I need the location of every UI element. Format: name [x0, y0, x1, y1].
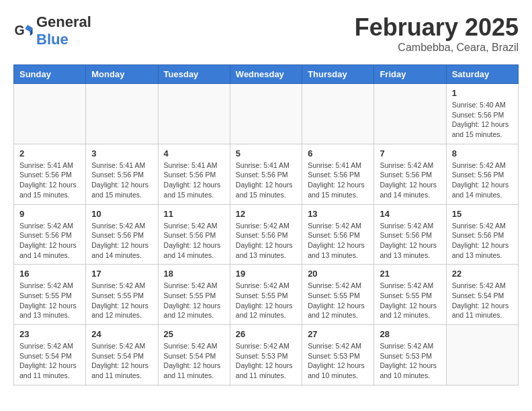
day-info: Sunrise: 5:42 AM Sunset: 5:55 PM Dayligh… — [91, 281, 152, 320]
day-info: Sunrise: 5:42 AM Sunset: 5:56 PM Dayligh… — [91, 221, 152, 261]
day-info: Sunrise: 5:42 AM Sunset: 5:55 PM Dayligh… — [380, 281, 440, 320]
day-info: Sunrise: 5:41 AM Sunset: 5:56 PM Dayligh… — [308, 161, 368, 200]
calendar-day-cell — [374, 84, 446, 144]
day-info: Sunrise: 5:42 AM Sunset: 5:55 PM Dayligh… — [19, 281, 80, 320]
day-info: Sunrise: 5:41 AM Sunset: 5:56 PM Dayligh… — [236, 161, 296, 200]
day-number: 26 — [236, 329, 296, 339]
day-info: Sunrise: 5:42 AM Sunset: 5:54 PM Dayligh… — [164, 341, 224, 381]
day-number: 3 — [91, 148, 152, 158]
calendar-day-cell: 20Sunrise: 5:42 AM Sunset: 5:55 PM Dayli… — [302, 265, 374, 325]
day-info: Sunrise: 5:42 AM Sunset: 5:53 PM Dayligh… — [236, 341, 296, 381]
day-info: Sunrise: 5:42 AM Sunset: 5:55 PM Dayligh… — [164, 281, 224, 320]
day-info: Sunrise: 5:42 AM Sunset: 5:56 PM Dayligh… — [380, 161, 440, 200]
calendar-day-cell: 19Sunrise: 5:42 AM Sunset: 5:55 PM Dayli… — [230, 265, 302, 325]
day-number: 4 — [164, 148, 224, 158]
day-info: Sunrise: 5:40 AM Sunset: 5:56 PM Dayligh… — [452, 100, 513, 140]
calendar-day-cell: 5Sunrise: 5:41 AM Sunset: 5:56 PM Daylig… — [230, 144, 302, 204]
calendar-week-row: 23Sunrise: 5:42 AM Sunset: 5:54 PM Dayli… — [14, 325, 519, 385]
day-info: Sunrise: 5:42 AM Sunset: 5:54 PM Dayligh… — [452, 281, 513, 320]
day-number: 1 — [452, 88, 513, 98]
day-number: 22 — [452, 269, 513, 279]
calendar-day-cell: 16Sunrise: 5:42 AM Sunset: 5:55 PM Dayli… — [14, 265, 86, 325]
calendar-col-header: Friday — [374, 65, 446, 84]
location-subtitle: Cambebba, Ceara, Brazil — [355, 42, 519, 54]
day-number: 12 — [236, 209, 296, 219]
day-number: 21 — [380, 269, 440, 279]
calendar-day-cell: 4Sunrise: 5:41 AM Sunset: 5:56 PM Daylig… — [158, 144, 230, 204]
calendar-day-cell — [14, 84, 86, 144]
day-info: Sunrise: 5:41 AM Sunset: 5:56 PM Dayligh… — [19, 161, 80, 200]
day-number: 14 — [380, 209, 440, 219]
svg-text:G: G — [15, 23, 25, 38]
day-number: 15 — [452, 209, 513, 219]
calendar-day-cell: 23Sunrise: 5:42 AM Sunset: 5:54 PM Dayli… — [14, 325, 86, 385]
calendar-col-header: Tuesday — [158, 65, 230, 84]
calendar-day-cell: 13Sunrise: 5:42 AM Sunset: 5:56 PM Dayli… — [302, 204, 374, 265]
calendar-col-header: Wednesday — [230, 65, 302, 84]
day-number: 13 — [308, 209, 368, 219]
day-info: Sunrise: 5:42 AM Sunset: 5:56 PM Dayligh… — [19, 221, 80, 261]
day-info: Sunrise: 5:42 AM Sunset: 5:53 PM Dayligh… — [380, 341, 440, 381]
calendar-day-cell — [446, 325, 518, 385]
day-number: 17 — [91, 269, 152, 279]
day-number: 16 — [19, 269, 80, 279]
day-number: 18 — [164, 269, 224, 279]
day-info: Sunrise: 5:41 AM Sunset: 5:56 PM Dayligh… — [164, 161, 224, 200]
calendar-week-row: 9Sunrise: 5:42 AM Sunset: 5:56 PM Daylig… — [14, 204, 519, 265]
calendar-day-cell: 28Sunrise: 5:42 AM Sunset: 5:53 PM Dayli… — [374, 325, 446, 385]
day-info: Sunrise: 5:41 AM Sunset: 5:56 PM Dayligh… — [91, 161, 152, 200]
logo-blue-text: Blue — [36, 31, 69, 48]
day-info: Sunrise: 5:42 AM Sunset: 5:56 PM Dayligh… — [452, 221, 513, 261]
day-number: 19 — [236, 269, 296, 279]
logo: G General Blue — [13, 13, 91, 48]
calendar-day-cell — [230, 84, 302, 144]
calendar-day-cell: 24Sunrise: 5:42 AM Sunset: 5:54 PM Dayli… — [86, 325, 158, 385]
day-number: 24 — [91, 329, 152, 339]
day-number: 2 — [19, 148, 80, 158]
day-info: Sunrise: 5:42 AM Sunset: 5:56 PM Dayligh… — [380, 221, 440, 261]
calendar-day-cell: 9Sunrise: 5:42 AM Sunset: 5:56 PM Daylig… — [14, 204, 86, 265]
page-header: G General Blue February 2025 Cambebba, C… — [13, 13, 519, 54]
day-number: 7 — [380, 148, 440, 158]
day-info: Sunrise: 5:42 AM Sunset: 5:55 PM Dayligh… — [236, 281, 296, 320]
day-number: 25 — [164, 329, 224, 339]
day-info: Sunrise: 5:42 AM Sunset: 5:56 PM Dayligh… — [308, 221, 368, 261]
day-info: Sunrise: 5:42 AM Sunset: 5:53 PM Dayligh… — [308, 341, 368, 381]
calendar-day-cell — [158, 84, 230, 144]
calendar-week-row: 1Sunrise: 5:40 AM Sunset: 5:56 PM Daylig… — [14, 84, 519, 144]
calendar-col-header: Monday — [86, 65, 158, 84]
calendar-day-cell: 21Sunrise: 5:42 AM Sunset: 5:55 PM Dayli… — [374, 265, 446, 325]
calendar-day-cell: 17Sunrise: 5:42 AM Sunset: 5:55 PM Dayli… — [86, 265, 158, 325]
calendar-day-cell: 11Sunrise: 5:42 AM Sunset: 5:56 PM Dayli… — [158, 204, 230, 265]
calendar-day-cell: 27Sunrise: 5:42 AM Sunset: 5:53 PM Dayli… — [302, 325, 374, 385]
day-info: Sunrise: 5:42 AM Sunset: 5:54 PM Dayligh… — [19, 341, 80, 381]
day-number: 11 — [164, 209, 224, 219]
logo-general-text: General — [36, 13, 91, 30]
calendar-day-cell: 14Sunrise: 5:42 AM Sunset: 5:56 PM Dayli… — [374, 204, 446, 265]
day-number: 28 — [380, 329, 440, 339]
day-info: Sunrise: 5:42 AM Sunset: 5:55 PM Dayligh… — [308, 281, 368, 320]
calendar-day-cell: 1Sunrise: 5:40 AM Sunset: 5:56 PM Daylig… — [446, 84, 518, 144]
calendar-day-cell: 22Sunrise: 5:42 AM Sunset: 5:54 PM Dayli… — [446, 265, 518, 325]
day-info: Sunrise: 5:42 AM Sunset: 5:56 PM Dayligh… — [452, 161, 513, 200]
day-number: 8 — [452, 148, 513, 158]
calendar-day-cell: 10Sunrise: 5:42 AM Sunset: 5:56 PM Dayli… — [86, 204, 158, 265]
day-number: 23 — [19, 329, 80, 339]
logo-icon: G — [13, 21, 34, 41]
day-number: 27 — [308, 329, 368, 339]
day-number: 20 — [308, 269, 368, 279]
calendar-day-cell: 7Sunrise: 5:42 AM Sunset: 5:56 PM Daylig… — [374, 144, 446, 204]
calendar-table: SundayMondayTuesdayWednesdayThursdayFrid… — [13, 64, 519, 385]
calendar-day-cell: 18Sunrise: 5:42 AM Sunset: 5:55 PM Dayli… — [158, 265, 230, 325]
calendar-col-header: Thursday — [302, 65, 374, 84]
calendar-week-row: 16Sunrise: 5:42 AM Sunset: 5:55 PM Dayli… — [14, 265, 519, 325]
calendar-day-cell — [86, 84, 158, 144]
day-number: 5 — [236, 148, 296, 158]
calendar-day-cell: 25Sunrise: 5:42 AM Sunset: 5:54 PM Dayli… — [158, 325, 230, 385]
calendar-header-row: SundayMondayTuesdayWednesdayThursdayFrid… — [14, 65, 519, 84]
calendar-col-header: Saturday — [446, 65, 518, 84]
calendar-day-cell: 6Sunrise: 5:41 AM Sunset: 5:56 PM Daylig… — [302, 144, 374, 204]
calendar-day-cell: 8Sunrise: 5:42 AM Sunset: 5:56 PM Daylig… — [446, 144, 518, 204]
day-number: 10 — [91, 209, 152, 219]
day-info: Sunrise: 5:42 AM Sunset: 5:56 PM Dayligh… — [164, 221, 224, 261]
